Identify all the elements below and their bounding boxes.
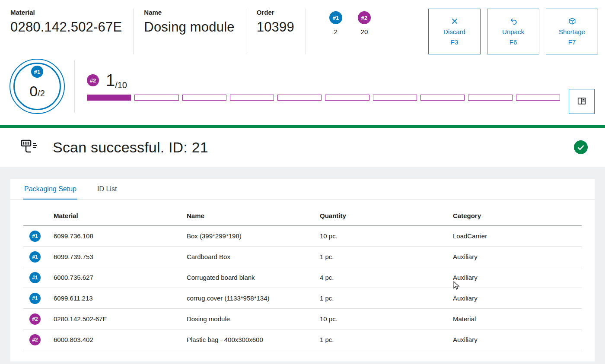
field-order: Order 10399 xyxy=(257,9,306,54)
field-name: Name Dosing module xyxy=(144,9,245,54)
scanner-icon xyxy=(21,139,38,156)
cell-quantity: 10 pc. xyxy=(320,315,453,323)
discard-label: Discard xyxy=(443,28,465,35)
cell-name: corrug.cover (1133*958*134) xyxy=(187,294,320,302)
success-check-icon xyxy=(574,140,588,154)
discard-shortcut: F3 xyxy=(451,38,459,46)
bar-current: 1 xyxy=(106,71,115,89)
ring-current: 0 xyxy=(29,83,38,100)
cell-category: Auxiliary xyxy=(453,253,582,260)
cell-category: Auxiliary xyxy=(453,274,582,281)
position-2-badge: #2 xyxy=(358,11,371,24)
field-name-label: Name xyxy=(144,9,234,16)
shortage-button[interactable]: Shortage F7 xyxy=(546,9,598,54)
progress-bar-block: #2 1/10 xyxy=(87,72,560,101)
table-row[interactable]: #1 6099.611.213 corrug.cover (1133*958*1… xyxy=(23,288,582,309)
field-order-value: 10399 xyxy=(257,19,294,35)
shortage-shortcut: F7 xyxy=(568,38,576,46)
divider xyxy=(246,9,246,54)
col-category: Category xyxy=(453,212,582,219)
progress-segment xyxy=(277,95,322,101)
field-material-value: 0280.142.502-67E xyxy=(10,19,122,35)
progress-ring-value: 0/2 xyxy=(10,59,65,114)
scan-message: Scan successful. ID: 21 xyxy=(53,139,208,156)
position-badge: #1 xyxy=(29,251,41,263)
cell-quantity: 10 pc. xyxy=(320,232,453,240)
undo-icon xyxy=(509,17,517,25)
cell-material: 6000.735.627 xyxy=(54,274,187,281)
table-row[interactable]: #1 6000.735.627 Corrugated board blank 4… xyxy=(23,267,582,288)
position-1-count: 2 xyxy=(334,28,338,35)
tab-bar: Packaging Setup ID List xyxy=(10,179,595,200)
position-badge: #1 xyxy=(29,231,41,242)
field-material-label: Material xyxy=(10,9,122,16)
discard-button[interactable]: Discard F3 xyxy=(428,9,481,54)
cell-quantity: 1 pc. xyxy=(320,294,453,302)
cell-name: Cardboard Box xyxy=(187,253,320,260)
divider xyxy=(74,60,75,113)
progress-segment xyxy=(325,95,369,101)
col-material: Material xyxy=(54,212,187,219)
position-badge: #1 xyxy=(29,293,41,304)
position-badge: #1 xyxy=(29,272,41,283)
cell-material: 6000.803.402 xyxy=(54,336,187,343)
cell-quantity: 1 pc. xyxy=(320,253,453,260)
top-panel: Material 0280.142.502-67E Name Dosing mo… xyxy=(0,0,605,125)
packaging-table: Material Name Quantity Category #1 6099.… xyxy=(23,206,582,350)
progress-segment xyxy=(468,95,512,101)
cell-name: Plastic bag - 400x300x600 xyxy=(187,336,320,343)
details-card: Packaging Setup ID List Material Name Qu… xyxy=(10,179,595,361)
progress-segment xyxy=(516,95,560,101)
progress-segments xyxy=(87,95,560,101)
field-material: Material 0280.142.502-67E xyxy=(10,9,133,54)
progress-ring: #1 0/2 xyxy=(10,59,65,114)
scan-banner: Scan successful. ID: 21 xyxy=(0,128,605,167)
table-header: Material Name Quantity Category xyxy=(23,206,582,226)
ring-total: /2 xyxy=(38,89,45,98)
cell-material: 0280.142.502-67E xyxy=(54,315,187,323)
unpack-label: Unpack xyxy=(502,28,524,35)
cell-category: Auxiliary xyxy=(453,336,582,343)
cell-material: 6099.736.108 xyxy=(54,232,187,240)
packaging-pattern-button[interactable] xyxy=(569,89,595,114)
close-icon xyxy=(451,17,459,25)
unpack-button[interactable]: Unpack F6 xyxy=(487,9,539,54)
cell-category: Auxiliary xyxy=(453,294,582,302)
cell-material: 6099.611.213 xyxy=(54,294,187,302)
col-name: Name xyxy=(187,212,320,219)
packaging-pattern-icon xyxy=(577,96,586,107)
cell-category: LoadCarrier xyxy=(453,232,582,240)
progress-section: #1 0/2 #2 1/10 xyxy=(0,57,605,125)
position-2-count: 20 xyxy=(361,28,368,35)
counter-1: #1 2 xyxy=(329,11,342,54)
col-quantity: Quantity xyxy=(320,212,453,219)
package-icon xyxy=(568,17,576,25)
progress-segment xyxy=(420,95,465,101)
shortage-label: Shortage xyxy=(559,28,585,35)
tab-packaging-setup[interactable]: Packaging Setup xyxy=(23,179,77,199)
tab-id-list[interactable]: ID List xyxy=(96,179,118,199)
progress-bar-badge: #2 xyxy=(87,74,99,86)
table-row[interactable]: #1 6099.739.753 Cardboard Box 1 pc. Auxi… xyxy=(23,247,582,267)
divider xyxy=(306,9,306,54)
divider xyxy=(133,9,134,54)
position-badge: #2 xyxy=(29,334,41,345)
table-row[interactable]: #1 6099.736.108 Box (399*299*198) 10 pc.… xyxy=(23,226,582,247)
progress-segment xyxy=(182,95,226,101)
progress-segment xyxy=(230,95,274,101)
header: Material 0280.142.502-67E Name Dosing mo… xyxy=(0,0,605,57)
counter-2: #2 20 xyxy=(358,11,371,54)
position-1-badge: #1 xyxy=(329,11,342,24)
field-order-label: Order xyxy=(257,9,294,16)
table-row[interactable]: #2 0280.142.502-67E Dosing module 10 pc.… xyxy=(23,309,582,329)
progress-segment xyxy=(373,95,417,101)
cell-quantity: 4 pc. xyxy=(320,274,453,281)
unpack-shortcut: F6 xyxy=(509,38,517,46)
field-name-value: Dosing module xyxy=(144,19,234,35)
table-row[interactable]: #2 6000.803.402 Plastic bag - 400x300x60… xyxy=(23,329,582,350)
progress-segment xyxy=(134,95,178,101)
action-buttons: Discard F3 Unpack F6 Shortage F7 xyxy=(428,9,598,54)
position-counters: #1 2 #2 20 xyxy=(329,11,371,54)
progress-bar-label: #2 1/10 xyxy=(87,72,560,89)
cell-material: 6099.739.753 xyxy=(54,253,187,260)
